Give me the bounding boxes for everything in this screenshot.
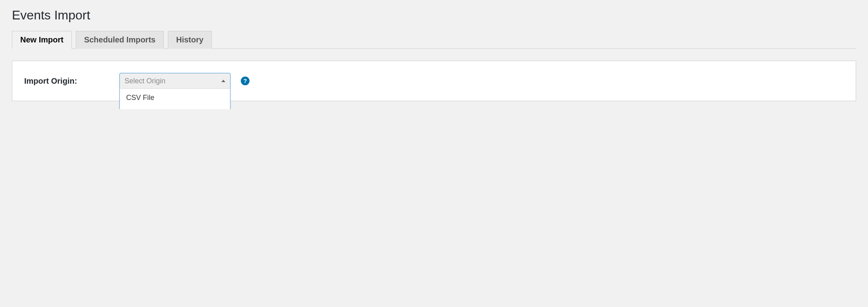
select-dropdown: CSV File Facebook Google Calendar iCalen… [119,88,230,109]
tab-scheduled-imports[interactable]: Scheduled Imports [76,31,164,49]
import-origin-label: Import Origin: [24,77,111,86]
select-placeholder: Select Origin [125,77,165,85]
import-panel: Import Origin: Select Origin CSV File Fa… [12,61,856,101]
tab-history[interactable]: History [168,31,212,49]
chevron-up-icon [221,80,225,82]
select-display[interactable]: Select Origin [119,73,230,89]
page-title: Events Import [12,8,856,23]
import-origin-select[interactable]: Select Origin CSV File Facebook Google C… [119,73,230,89]
select-option-csv-file[interactable]: CSV File [120,89,230,107]
import-origin-row: Import Origin: Select Origin CSV File Fa… [24,73,844,89]
help-icon[interactable]: ? [241,77,250,85]
tabs-nav: New Import Scheduled Imports History [12,31,856,49]
tab-new-import[interactable]: New Import [12,31,72,49]
select-option-facebook[interactable]: Facebook [120,107,230,109]
